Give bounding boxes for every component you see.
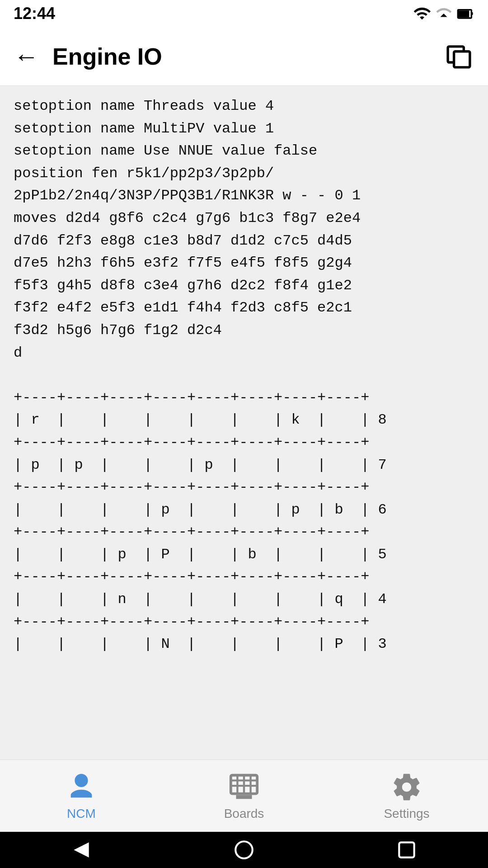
engine-io-output: setoption name Threads value 4 setoption… [0, 86, 488, 760]
status-bar: 12:44 [0, 0, 488, 27]
boards-label: Boards [224, 807, 264, 821]
svg-rect-3 [454, 52, 469, 67]
svg-rect-1 [471, 12, 473, 15]
svg-marker-11 [74, 842, 89, 857]
wifi-icon [413, 5, 431, 23]
nav-item-boards[interactable]: Boards [163, 771, 325, 821]
svg-rect-2 [459, 10, 469, 17]
status-icons [413, 5, 474, 23]
svg-rect-10 [236, 795, 252, 799]
bottom-nav: NCM Boards Settings [0, 760, 488, 832]
android-back-button[interactable] [70, 839, 93, 861]
ncm-icon [66, 771, 97, 803]
copy-button[interactable] [443, 41, 474, 72]
android-home-button[interactable] [233, 839, 255, 861]
nav-item-settings[interactable]: Settings [325, 771, 488, 821]
status-time: 12:44 [14, 4, 55, 23]
android-recents-button[interactable] [395, 839, 418, 861]
svg-rect-13 [399, 842, 414, 857]
boards-icon [228, 771, 260, 803]
app-bar: ← Engine IO [0, 27, 488, 86]
settings-icon [391, 771, 422, 803]
back-button[interactable]: ← [14, 42, 39, 71]
settings-label: Settings [384, 807, 429, 821]
copy-icon [444, 42, 474, 71]
nav-item-ncm[interactable]: NCM [0, 771, 163, 821]
engine-text-content: setoption name Threads value 4 setoption… [14, 95, 474, 656]
battery-icon [456, 5, 474, 23]
page-title: Engine IO [52, 43, 443, 70]
svg-point-12 [235, 841, 253, 859]
ncm-label: NCM [67, 807, 96, 821]
android-nav-bar [0, 832, 488, 868]
signal-icon [436, 5, 452, 23]
